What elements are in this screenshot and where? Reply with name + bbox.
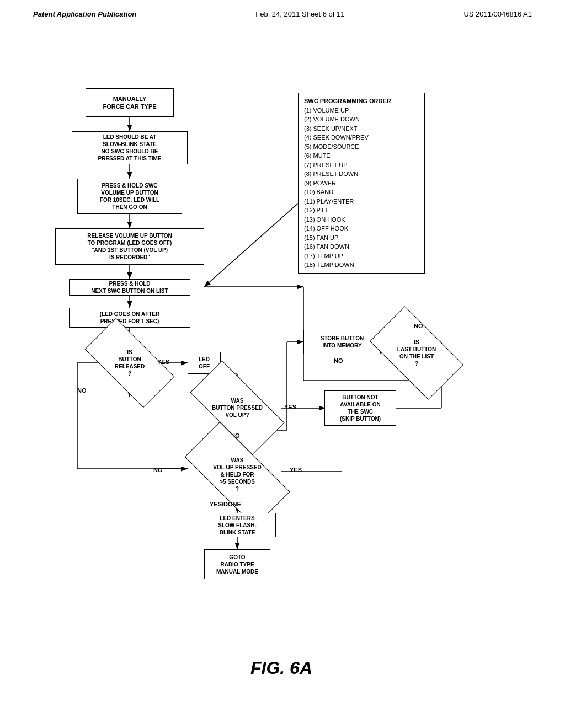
box-store-button: STORE BUTTON INTO MEMORY [303, 330, 381, 354]
svg-line-30 [204, 199, 303, 287]
diamond-is-button-released: IS BUTTON RELEASED ? [88, 341, 171, 385]
swc-item: (7) PRESET UP [304, 160, 419, 170]
box-release-vol-up: RELEASE VOLUME UP BUTTON TO PROGRAM (LED… [55, 228, 204, 265]
fig-label: FIG. 6A [250, 658, 312, 678]
label-d3-yes-done: YES/DONE [210, 501, 241, 507]
label-d4-no: NO [414, 323, 423, 329]
swc-programming-box: SWC PROGRAMMING ORDER (1) VOLUME UP(2) V… [298, 93, 425, 274]
swc-item: (18) TEMP DOWN [304, 260, 419, 270]
swc-item: (13) ON HOOK [304, 215, 419, 224]
diamond-vol-up-held: WAS VOL UP PRESSED & HELD FOR >5 SECONDS… [188, 449, 287, 499]
header-mid: Feb. 24, 2011 Sheet 6 of 11 [255, 10, 344, 18]
box-led-slow-flash: LED ENTERS SLOW FLASH- BLINK STATE [199, 513, 276, 537]
swc-title: SWC PROGRAMMING ORDER [304, 97, 419, 106]
box-press-next-swc: PRESS & HOLD NEXT SWC BUTTON ON LIST [69, 279, 190, 296]
swc-item: (6) MUTE [304, 151, 419, 160]
swc-item: (11) PLAY/ENTER [304, 197, 419, 206]
box-button-not-available: BUTTON NOT AVAILABLE ON THE SWC (SKIP BU… [324, 390, 396, 426]
swc-items-list: (1) VOLUME UP(2) VOLUME DOWN(3) SEEK UP/… [304, 106, 419, 270]
diamond-is-last-button: IS LAST BUTTON ON THE LIST ? [375, 328, 458, 378]
box-led-slow-blink: LED SHOULD BE AT SLOW-BLINK STATE NO SWC… [72, 131, 188, 164]
header-right: US 2011/0046816 A1 [463, 10, 532, 18]
swc-item: (16) FAN DOWN [304, 242, 419, 251]
swc-item: (14) OFF HOOK [304, 224, 419, 233]
swc-item: (3) SEEK UP/NEXT [304, 124, 419, 133]
swc-item: (12) PTT [304, 206, 419, 215]
label-d3-no: NO [153, 467, 163, 473]
swc-item: (10) BAND [304, 188, 419, 197]
diagram-area: MANUALLY FORCE CAR TYPE LED SHOULD BE AT… [33, 77, 530, 684]
swc-item: (2) VOLUME DOWN [304, 115, 419, 124]
diamond-was-button-pressed: WAS BUTTON PRESSED VOL UP? [193, 385, 281, 430]
label-d1-no: NO [77, 387, 87, 394]
swc-item: (5) MODE/SOURCE [304, 142, 419, 152]
label-d3-yes: YES [290, 467, 302, 473]
box-press-hold-swc: PRESS & HOLD SWC VOLUME UP BUTTON FOR 10… [77, 179, 182, 214]
swc-item: (17) TEMP UP [304, 251, 419, 261]
box-goto-radio: GOTO RADIO TYPE MANUAL MODE [204, 549, 270, 579]
box-led-goes-on: (LED GOES ON AFTER PRESSED FOR 1 SEC) [69, 308, 190, 328]
box-manually-force: MANUALLY FORCE CAR TYPE [86, 88, 174, 117]
swc-item: (1) VOLUME UP [304, 106, 419, 115]
swc-item: (4) SEEK DOWN/PREV [304, 133, 419, 142]
label-d2-yes: YES [284, 404, 296, 410]
page-header: Patent Application Publication Feb. 24, … [0, 0, 565, 18]
swc-item: (9) POWER [304, 179, 419, 188]
swc-item: (8) PRESET DOWN [304, 169, 419, 179]
label-b7-no: NO [334, 357, 343, 364]
header-left: Patent Application Publication [33, 10, 136, 18]
swc-item: (15) FAN UP [304, 233, 419, 243]
